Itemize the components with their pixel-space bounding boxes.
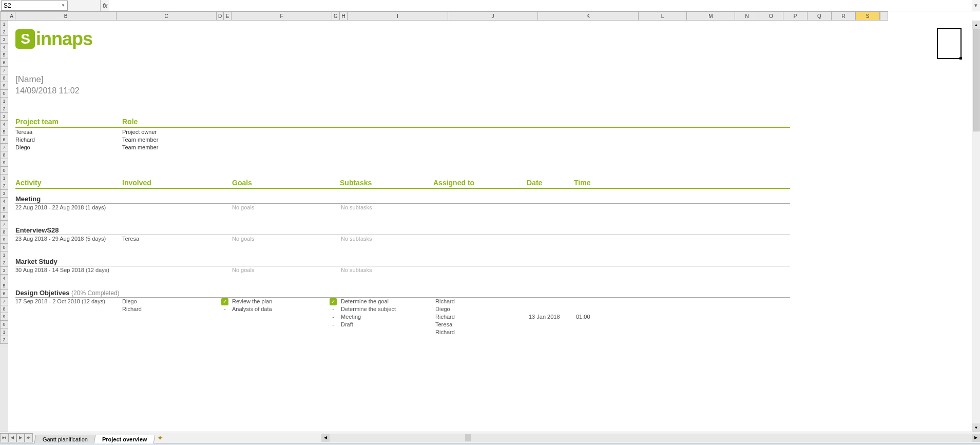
col-header-Q[interactable]: Q — [808, 11, 832, 21]
team-section-header: Project team Role — [15, 118, 790, 128]
vertical-scroll-thumb[interactable] — [973, 29, 979, 131]
name-box[interactable]: S2 ▼ — [1, 1, 68, 11]
row-headers: 1234567890123456789012345678901234567890… — [0, 21, 8, 432]
row-header[interactable]: 6 — [0, 136, 8, 144]
col-header-B[interactable]: B — [15, 11, 117, 21]
row-header[interactable]: 1 — [0, 328, 8, 336]
col-header-M[interactable]: M — [687, 11, 735, 21]
sheet-tab[interactable]: Project overview — [94, 435, 156, 443]
tab-next-icon[interactable]: ▶ — [16, 433, 25, 442]
scroll-right-icon[interactable]: ▶ — [972, 434, 980, 442]
col-header-N[interactable]: N — [735, 11, 759, 21]
row-header[interactable]: 5 — [0, 51, 8, 59]
col-header-C[interactable]: C — [117, 11, 217, 21]
row-header[interactable]: 3 — [0, 190, 8, 198]
tab-nav: ⏮ ◀ ▶ ⏭ — [0, 433, 33, 442]
row-header[interactable]: 7 — [0, 67, 8, 74]
vertical-scrollbar[interactable]: ▲ ▼ — [972, 21, 980, 432]
scroll-down-icon[interactable]: ▼ — [972, 423, 980, 432]
col-header-S[interactable]: S — [856, 11, 880, 21]
col-header-O[interactable]: O — [759, 11, 783, 21]
row-header[interactable]: 3 — [0, 36, 8, 44]
col-header-H[interactable]: H — [340, 11, 348, 21]
horizontal-scroll-thumb[interactable] — [465, 434, 471, 441]
horizontal-scrollbar[interactable]: ◀ ▶ — [321, 434, 981, 442]
col-header-F[interactable]: F — [232, 11, 332, 21]
row-header[interactable]: 5 — [0, 205, 8, 213]
row-header[interactable]: 0 — [0, 321, 8, 328]
formula-expand-icon[interactable]: ▾ — [972, 1, 980, 11]
row-header[interactable]: 2 — [0, 105, 8, 113]
sheet-tab-label: Gantt planification — [43, 436, 88, 442]
row-header[interactable]: 9 — [0, 82, 8, 90]
row-header[interactable]: 2 — [0, 259, 8, 267]
tab-last-icon[interactable]: ⏭ — [25, 433, 33, 442]
row-header[interactable]: 7 — [0, 298, 8, 305]
col-header-D[interactable]: D — [217, 11, 224, 21]
goal-text: Review the plan — [232, 298, 325, 305]
row-header[interactable]: 9 — [0, 236, 8, 244]
sheet-tabs: Gantt planificationProject overview — [35, 432, 154, 443]
row-header[interactable]: 5 — [0, 282, 8, 290]
row-header[interactable]: 4 — [0, 198, 8, 205]
col-header-J[interactable]: J — [448, 11, 538, 21]
sheet-tab[interactable]: Gantt planification — [34, 435, 97, 443]
logo: Sinnaps — [15, 28, 92, 50]
row-header[interactable]: 0 — [0, 90, 8, 98]
activity-involved — [122, 267, 218, 273]
row-header[interactable]: 0 — [0, 167, 8, 175]
fill-handle[interactable] — [959, 57, 962, 60]
team-member-role: Team member — [122, 144, 229, 150]
tab-first-icon[interactable]: ⏮ — [0, 433, 8, 442]
row-header[interactable]: 6 — [0, 213, 8, 221]
insert-sheet-icon[interactable]: ✦ — [157, 434, 167, 442]
row-header[interactable]: 0 — [0, 244, 8, 251]
col-header-A[interactable]: A — [8, 11, 15, 21]
fx-label-icon[interactable]: fx — [101, 2, 109, 9]
row-header[interactable]: 4 — [0, 275, 8, 282]
row-header[interactable]: 1 — [0, 98, 8, 105]
col-header-P[interactable]: P — [783, 11, 808, 21]
row-header[interactable]: 1 — [0, 21, 8, 28]
activity-data-row: Richard-Analysis of data-Determine the s… — [15, 306, 607, 312]
row-header[interactable]: 4 — [0, 121, 8, 128]
row-header[interactable]: 5 — [0, 128, 8, 136]
row-header[interactable]: 1 — [0, 251, 8, 259]
row-header[interactable]: 3 — [0, 113, 8, 121]
scroll-left-icon[interactable]: ◀ — [321, 434, 330, 442]
row-header[interactable]: 2 — [0, 182, 8, 190]
row-header[interactable]: 8 — [0, 74, 8, 82]
row-header[interactable]: 9 — [0, 313, 8, 321]
row-header[interactable]: 7 — [0, 144, 8, 151]
row-header[interactable]: 2 — [0, 28, 8, 36]
row-header[interactable]: 1 — [0, 175, 8, 182]
subtask-check — [325, 329, 341, 335]
col-header-L[interactable]: L — [639, 11, 687, 21]
row-header[interactable]: 9 — [0, 159, 8, 167]
scroll-up-icon[interactable]: ▲ — [972, 21, 980, 29]
row-header[interactable]: 6 — [0, 290, 8, 298]
subtask-date — [529, 298, 576, 305]
row-header[interactable]: 4 — [0, 44, 8, 51]
col-header-G[interactable]: G — [332, 11, 340, 21]
col-header-R[interactable]: R — [832, 11, 856, 21]
col-header-I[interactable]: I — [348, 11, 448, 21]
header-date: Date — [527, 179, 574, 187]
activity-goals-empty: No goals — [232, 236, 325, 242]
subtask-check: - — [325, 314, 341, 320]
name-box-dropdown-icon[interactable]: ▼ — [61, 3, 65, 8]
row-header[interactable]: 6 — [0, 59, 8, 67]
row-header[interactable]: 3 — [0, 267, 8, 275]
row-header[interactable]: 7 — [0, 221, 8, 228]
select-all-corner[interactable] — [0, 11, 8, 21]
col-header-K[interactable]: K — [538, 11, 639, 21]
goal-check: - — [218, 306, 232, 312]
row-header[interactable]: 2 — [0, 336, 8, 344]
row-header[interactable]: 8 — [0, 305, 8, 313]
tab-prev-icon[interactable]: ◀ — [8, 433, 16, 442]
col-header-E[interactable]: E — [224, 11, 232, 21]
formula-input[interactable] — [109, 0, 972, 11]
grid-area[interactable]: Sinnaps [Name] 14/09/2018 11:02 Project … — [8, 21, 972, 432]
row-header[interactable]: 8 — [0, 228, 8, 236]
row-header[interactable]: 8 — [0, 151, 8, 159]
